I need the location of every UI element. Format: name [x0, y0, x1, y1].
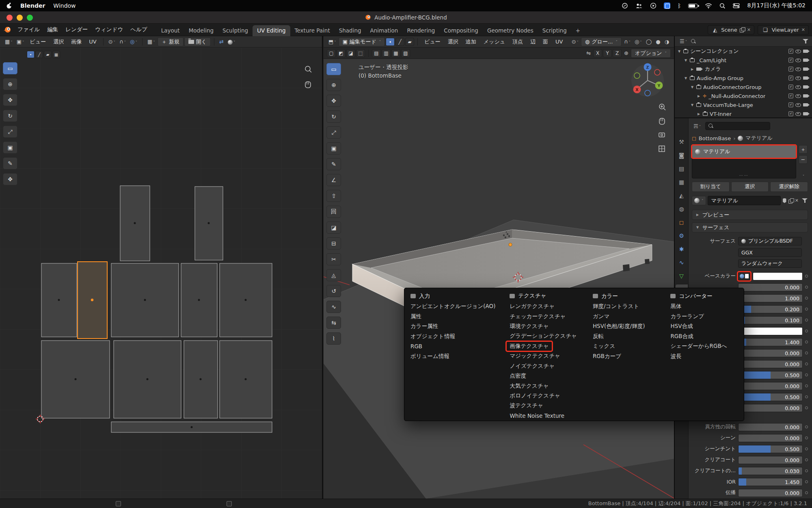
- tool-cursor-icon[interactable]: ⊕: [3, 78, 17, 90]
- outliner-row-cam-light[interactable]: ▼ _Cam/Light ✓: [675, 56, 812, 65]
- animate-decorator[interactable]: [805, 469, 808, 472]
- tab-sculpting[interactable]: Sculpting: [218, 25, 253, 36]
- tool-measure-icon[interactable]: ∠: [326, 174, 341, 186]
- camera-visibility-icon[interactable]: [803, 103, 808, 106]
- add-menu-item[interactable]: RGB合成: [664, 332, 744, 342]
- surface-panel-header[interactable]: ▼ サーフェス: [692, 222, 808, 232]
- editor-type-outliner-icon[interactable]: ☰˅: [678, 37, 689, 45]
- vp-menu-add[interactable]: 追加: [462, 37, 479, 47]
- tab-animation[interactable]: Animation: [366, 25, 403, 36]
- animate-decorator[interactable]: [805, 436, 808, 439]
- tab-compositing[interactable]: Compositing: [439, 25, 483, 36]
- select-mode-face-button[interactable]: ▰: [405, 38, 414, 46]
- gizmo-neg-y[interactable]: [634, 73, 640, 78]
- uv-select-edge-button[interactable]: ╱: [35, 51, 43, 58]
- add-menu-item[interactable]: ガンマ: [587, 312, 665, 322]
- add-menu-item[interactable]: マジックテクスチャ: [503, 351, 587, 361]
- viewlayer-selector[interactable]: ❏ ViewLayer ✕: [758, 25, 809, 35]
- eye-icon[interactable]: [795, 103, 801, 107]
- select-mode-edge-button[interactable]: ╱: [395, 38, 404, 46]
- toggle-icon-3[interactable]: ◪: [346, 49, 355, 57]
- breadcrumb-material[interactable]: マテリアル: [745, 135, 773, 142]
- tool-select-box-icon[interactable]: ▭: [326, 63, 341, 75]
- tab-modifiers-icon[interactable]: ⚙: [676, 231, 688, 241]
- animate-decorator[interactable]: [805, 447, 808, 450]
- add-slot-button[interactable]: ＋: [799, 145, 808, 154]
- snap-target-icon[interactable]: ⊕: [622, 49, 630, 57]
- add-menu-item[interactable]: 反転: [587, 332, 665, 342]
- animate-decorator[interactable]: [805, 426, 808, 428]
- menu-window[interactable]: ウィンドウ: [91, 25, 127, 35]
- uv-mode-icon[interactable]: ▣˅: [15, 38, 26, 46]
- material-name-field[interactable]: マテリアル: [708, 196, 781, 205]
- mirror-z-button[interactable]: Z: [613, 49, 622, 57]
- mode-selector[interactable]: ▣編集モード˅: [339, 37, 385, 46]
- app-menu-window[interactable]: Window: [53, 2, 76, 9]
- battery-icon[interactable]: [688, 4, 698, 8]
- add-menu-item[interactable]: ノイズテクスチャ: [503, 361, 587, 371]
- expand-icon[interactable]: ▶: [697, 94, 701, 98]
- tool-transform-icon[interactable]: ▣: [326, 142, 341, 154]
- close-window-button[interactable]: [6, 15, 13, 21]
- tab-scene-icon[interactable]: ◭: [676, 191, 688, 200]
- app-menu-blender[interactable]: Blender: [20, 2, 45, 9]
- eye-icon[interactable]: [795, 59, 801, 62]
- tab-rendering[interactable]: Rendering: [402, 25, 439, 36]
- value-slider[interactable]: 0.500: [738, 371, 803, 379]
- duplicate-material-icon[interactable]: [788, 198, 793, 203]
- transform-orientation-selector[interactable]: ◍グロー...˅: [581, 37, 622, 46]
- uv-menu-image[interactable]: 画像: [68, 37, 85, 47]
- shading-solid-icon[interactable]: ●: [654, 38, 662, 46]
- tool-annotate-icon[interactable]: ✎: [326, 158, 341, 170]
- tab-object-data-icon[interactable]: ▽: [676, 271, 688, 281]
- value-slider[interactable]: 0.500: [738, 445, 803, 453]
- material-slot-list[interactable]: マテリアル ⋯⋯: [692, 145, 796, 178]
- tool-scale-icon[interactable]: ⤢: [326, 126, 341, 139]
- add-menu-item[interactable]: ミックス: [587, 341, 665, 352]
- base-color-swatch[interactable]: [753, 272, 803, 280]
- viewport-scene[interactable]: Z Y X: [324, 36, 674, 499]
- material-slot-row[interactable]: マテリアル: [692, 145, 796, 158]
- add-menu-item[interactable]: 輝度/コントラスト: [587, 302, 665, 312]
- mirror-icon[interactable]: ⇋: [585, 49, 592, 57]
- toggle-icon-4[interactable]: ⬚: [356, 49, 365, 57]
- tool-cursor-icon[interactable]: ⊕: [326, 79, 341, 91]
- editor-corner-icon[interactable]: [116, 501, 121, 506]
- select-mode-vertex-button[interactable]: ⬩: [386, 38, 395, 46]
- transform-pivot-icon[interactable]: ⊙˅: [570, 38, 580, 46]
- tab-object-icon[interactable]: ◻: [676, 217, 688, 227]
- camera-visibility-icon[interactable]: [803, 112, 808, 115]
- animate-decorator[interactable]: [805, 341, 808, 343]
- image-datablock-icon[interactable]: ▦˅: [146, 38, 157, 46]
- value-slider[interactable]: 0.000: [738, 434, 803, 442]
- tool-loop-cut-icon[interactable]: ⊟: [326, 237, 341, 250]
- outliner-search-icon[interactable]: [691, 39, 696, 44]
- expand-icon[interactable]: ▼: [684, 76, 688, 80]
- new-image-button[interactable]: ＋ 新規: [158, 37, 184, 46]
- tool-poly-build-icon[interactable]: ◬: [326, 269, 341, 281]
- remove-slot-button[interactable]: −: [799, 155, 808, 164]
- value-slider[interactable]: 1.450: [738, 478, 803, 486]
- expand-icon[interactable]: ▶: [690, 67, 694, 71]
- proportional-editing-icon[interactable]: ◎˅: [633, 38, 644, 46]
- zoom-window-button[interactable]: [27, 15, 33, 21]
- add-menu-item-image-texture[interactable]: 画像テクスチャ: [503, 341, 587, 351]
- unlink-scene-icon[interactable]: ✕: [747, 27, 751, 33]
- outliner-filter-icon[interactable]: [803, 39, 809, 44]
- menubar-clock[interactable]: 8月17日(水) 午後5:02: [747, 2, 806, 9]
- tool-rip-icon[interactable]: ⌇: [326, 332, 341, 345]
- eye-icon[interactable]: [795, 112, 801, 116]
- tool-move-icon[interactable]: ✥: [3, 94, 17, 106]
- minimize-window-button[interactable]: [17, 15, 23, 21]
- assign-button[interactable]: 割り当て: [692, 182, 730, 192]
- gizmo-neg-x[interactable]: [654, 69, 660, 75]
- uv-display-sphere-icon[interactable]: ˅: [226, 38, 237, 46]
- tab-scripting[interactable]: Scripting: [538, 25, 571, 36]
- value-slider[interactable]: 0.000: [738, 360, 803, 368]
- expand-icon[interactable]: ▶: [697, 112, 701, 116]
- vp-menu-edge[interactable]: 辺: [527, 37, 539, 47]
- outliner-row-camera[interactable]: ▶ カメラ ✓: [675, 65, 812, 74]
- animate-decorator[interactable]: [805, 308, 808, 310]
- shading-wireframe-icon[interactable]: ◯: [644, 38, 654, 46]
- tool-rotate-icon[interactable]: ↻: [3, 110, 17, 122]
